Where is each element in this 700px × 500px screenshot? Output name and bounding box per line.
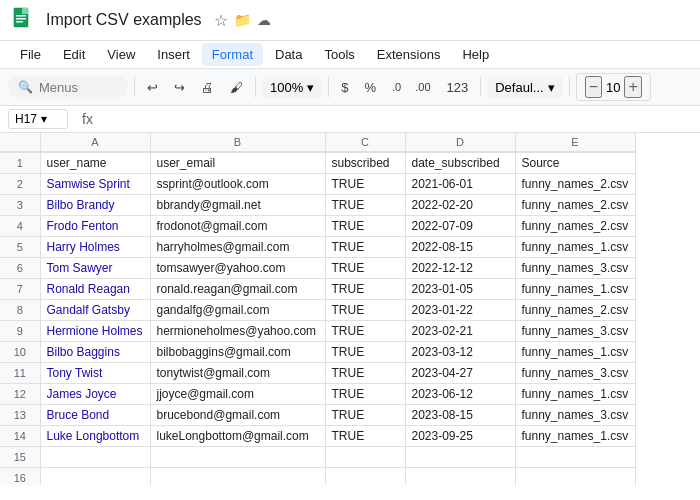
cell-8-A[interactable]: Gandalf Gatsby [40, 299, 150, 320]
decimal-increase-button[interactable]: .00 [409, 77, 436, 97]
menus-search-input[interactable] [39, 80, 119, 95]
cell-14-A[interactable]: Luke Longbottom [40, 425, 150, 446]
cell-10-A[interactable]: Bilbo Baggins [40, 341, 150, 362]
zoom-selector[interactable]: 100% ▾ [262, 77, 322, 98]
format-dropdown[interactable]: Defaul... ▾ [487, 77, 562, 98]
cell-5-D[interactable]: 2022-08-15 [405, 236, 515, 257]
cell-13-E[interactable]: funny_names_3.csv [515, 404, 635, 425]
menu-extensions[interactable]: Extensions [367, 43, 451, 66]
cell-9-E[interactable]: funny_names_3.csv [515, 320, 635, 341]
cloud-icon[interactable]: ☁ [257, 12, 271, 28]
cell-15-D[interactable] [405, 446, 515, 467]
cell-16-B[interactable] [150, 467, 325, 485]
cell-15-C[interactable] [325, 446, 405, 467]
cell-2-C[interactable]: TRUE [325, 173, 405, 194]
cell-6-C[interactable]: TRUE [325, 257, 405, 278]
cell-7-B[interactable]: ronald.reagan@gmail.com [150, 278, 325, 299]
cell-13-C[interactable]: TRUE [325, 404, 405, 425]
cell-14-B[interactable]: lukeLongbottom@gmail.com [150, 425, 325, 446]
cell-14-E[interactable]: funny_names_1.csv [515, 425, 635, 446]
cell-9-C[interactable]: TRUE [325, 320, 405, 341]
cell-11-A[interactable]: Tony Twist [40, 362, 150, 383]
cell-5-B[interactable]: harryholmes@gmail.com [150, 236, 325, 257]
menu-view[interactable]: View [97, 43, 145, 66]
cell-3-D[interactable]: 2022-02-20 [405, 194, 515, 215]
cell-11-E[interactable]: funny_names_3.csv [515, 362, 635, 383]
menu-insert[interactable]: Insert [147, 43, 200, 66]
col-header-d[interactable]: D [405, 133, 515, 152]
folder-icon[interactable]: 📁 [234, 12, 251, 28]
cell-6-B[interactable]: tomsawyer@yahoo.com [150, 257, 325, 278]
decimal-decrease-button[interactable]: .0 [386, 77, 407, 97]
cell-15-E[interactable] [515, 446, 635, 467]
cell-10-B[interactable]: bilbobaggins@gmail.com [150, 341, 325, 362]
number-format-button[interactable]: 123 [441, 76, 475, 99]
star-icon[interactable]: ☆ [214, 11, 228, 30]
cell-6-E[interactable]: funny_names_3.csv [515, 257, 635, 278]
cell-2-E[interactable]: funny_names_2.csv [515, 173, 635, 194]
cell-1-C[interactable]: subscribed [325, 152, 405, 173]
cell-11-D[interactable]: 2023-04-27 [405, 362, 515, 383]
cell-6-A[interactable]: Tom Sawyer [40, 257, 150, 278]
cell-15-A[interactable] [40, 446, 150, 467]
cell-11-C[interactable]: TRUE [325, 362, 405, 383]
percent-button[interactable]: % [358, 77, 382, 98]
cell-7-A[interactable]: Ronald Reagan [40, 278, 150, 299]
cell-14-D[interactable]: 2023-09-25 [405, 425, 515, 446]
col-header-e[interactable]: E [515, 133, 635, 152]
font-size-decrease[interactable]: − [585, 76, 602, 98]
cell-1-E[interactable]: Source [515, 152, 635, 173]
cell-7-E[interactable]: funny_names_1.csv [515, 278, 635, 299]
col-header-b[interactable]: B [150, 133, 325, 152]
cell-14-C[interactable]: TRUE [325, 425, 405, 446]
cell-12-E[interactable]: funny_names_1.csv [515, 383, 635, 404]
cell-4-B[interactable]: frodonot@gmail.com [150, 215, 325, 236]
cell-5-A[interactable]: Harry Holmes [40, 236, 150, 257]
currency-button[interactable]: $ [335, 77, 354, 98]
cell-15-B[interactable] [150, 446, 325, 467]
cell-10-D[interactable]: 2023-03-12 [405, 341, 515, 362]
cell-reference-box[interactable]: H17 ▾ [8, 109, 68, 129]
cell-16-D[interactable] [405, 467, 515, 485]
cell-10-E[interactable]: funny_names_1.csv [515, 341, 635, 362]
cell-2-D[interactable]: 2021-06-01 [405, 173, 515, 194]
menu-tools[interactable]: Tools [314, 43, 364, 66]
cell-13-B[interactable]: brucebond@gmail.com [150, 404, 325, 425]
menus-search[interactable]: 🔍 [8, 76, 128, 99]
cell-9-D[interactable]: 2023-02-21 [405, 320, 515, 341]
cell-2-B[interactable]: ssprint@outlook.com [150, 173, 325, 194]
cell-4-D[interactable]: 2022-07-09 [405, 215, 515, 236]
undo-button[interactable]: ↩ [141, 76, 164, 99]
cell-5-C[interactable]: TRUE [325, 236, 405, 257]
cell-2-A[interactable]: Samwise Sprint [40, 173, 150, 194]
cell-7-C[interactable]: TRUE [325, 278, 405, 299]
menu-file[interactable]: File [10, 43, 51, 66]
cell-12-B[interactable]: jjoyce@gmail.com [150, 383, 325, 404]
cell-11-B[interactable]: tonytwist@gmail.com [150, 362, 325, 383]
cell-9-B[interactable]: hermioneholmes@yahoo.com [150, 320, 325, 341]
cell-5-E[interactable]: funny_names_1.csv [515, 236, 635, 257]
document-title[interactable]: Import CSV examples [46, 11, 202, 29]
font-size-increase[interactable]: + [624, 76, 641, 98]
cell-9-A[interactable]: Hermione Holmes [40, 320, 150, 341]
cell-12-A[interactable]: James Joyce [40, 383, 150, 404]
cell-13-A[interactable]: Bruce Bond [40, 404, 150, 425]
col-header-a[interactable]: A [40, 133, 150, 152]
paint-format-button[interactable]: 🖌 [224, 76, 249, 99]
cell-4-E[interactable]: funny_names_2.csv [515, 215, 635, 236]
cell-3-A[interactable]: Bilbo Brandy [40, 194, 150, 215]
cell-8-E[interactable]: funny_names_2.csv [515, 299, 635, 320]
redo-button[interactable]: ↪ [168, 76, 191, 99]
menu-format[interactable]: Format [202, 43, 263, 66]
cell-16-A[interactable] [40, 467, 150, 485]
cell-4-A[interactable]: Frodo Fenton [40, 215, 150, 236]
cell-3-E[interactable]: funny_names_2.csv [515, 194, 635, 215]
cell-16-C[interactable] [325, 467, 405, 485]
cell-3-B[interactable]: bbrandy@gmail.net [150, 194, 325, 215]
col-header-c[interactable]: C [325, 133, 405, 152]
cell-8-C[interactable]: TRUE [325, 299, 405, 320]
cell-1-D[interactable]: date_subscribed [405, 152, 515, 173]
cell-16-E[interactable] [515, 467, 635, 485]
cell-13-D[interactable]: 2023-08-15 [405, 404, 515, 425]
cell-8-B[interactable]: gandalfg@gmail.com [150, 299, 325, 320]
